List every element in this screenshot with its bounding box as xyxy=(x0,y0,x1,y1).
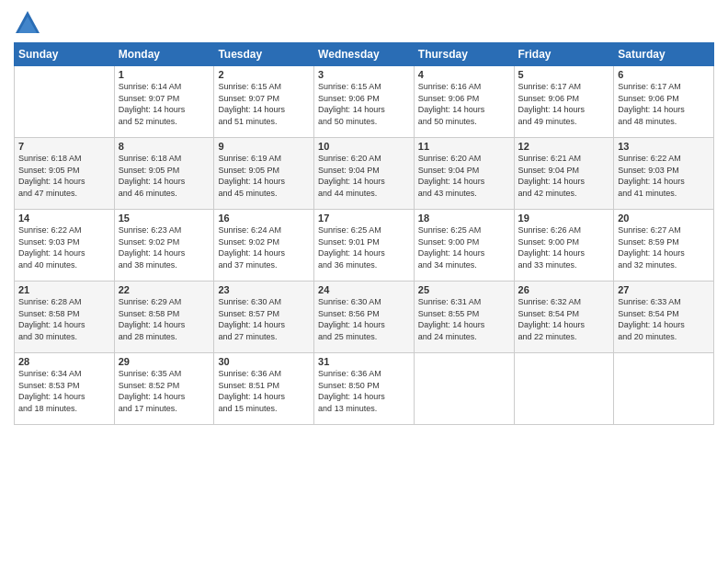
day-number: 2 xyxy=(218,69,310,80)
calendar-cell: 9Sunrise: 6:19 AMSunset: 9:05 PMDaylight… xyxy=(214,138,314,210)
cell-info: Sunrise: 6:21 AMSunset: 9:04 PMDaylight:… xyxy=(518,153,610,199)
week-row-5: 28Sunrise: 6:34 AMSunset: 8:53 PMDayligh… xyxy=(15,353,714,425)
week-row-4: 21Sunrise: 6:28 AMSunset: 8:58 PMDayligh… xyxy=(15,282,714,353)
cell-info: Sunrise: 6:25 AMSunset: 9:00 PMDaylight:… xyxy=(418,224,510,270)
cell-info: Sunrise: 6:17 AMSunset: 9:06 PMDaylight:… xyxy=(518,81,610,127)
day-number: 16 xyxy=(218,213,310,224)
cell-info: Sunrise: 6:20 AMSunset: 9:04 PMDaylight:… xyxy=(318,153,410,199)
calendar-cell: 27Sunrise: 6:33 AMSunset: 8:54 PMDayligh… xyxy=(614,282,714,353)
calendar-cell: 28Sunrise: 6:34 AMSunset: 8:53 PMDayligh… xyxy=(15,353,115,425)
day-number: 25 xyxy=(418,284,510,295)
header-row: SundayMondayTuesdayWednesdayThursdayFrid… xyxy=(15,43,714,66)
day-number: 11 xyxy=(418,141,510,152)
calendar-cell: 2Sunrise: 6:15 AMSunset: 9:07 PMDaylight… xyxy=(214,66,314,138)
cell-info: Sunrise: 6:19 AMSunset: 9:05 PMDaylight:… xyxy=(218,153,310,199)
day-number: 18 xyxy=(418,213,510,224)
cell-info: Sunrise: 6:20 AMSunset: 9:04 PMDaylight:… xyxy=(418,153,510,199)
day-number: 3 xyxy=(318,69,410,80)
day-number: 5 xyxy=(518,69,610,80)
calendar-cell: 11Sunrise: 6:20 AMSunset: 9:04 PMDayligh… xyxy=(414,138,514,210)
cell-info: Sunrise: 6:28 AMSunset: 8:58 PMDaylight:… xyxy=(18,296,110,342)
calendar-cell: 23Sunrise: 6:30 AMSunset: 8:57 PMDayligh… xyxy=(214,282,314,353)
day-number: 14 xyxy=(18,213,110,224)
calendar-cell: 25Sunrise: 6:31 AMSunset: 8:55 PMDayligh… xyxy=(414,282,514,353)
cell-info: Sunrise: 6:22 AMSunset: 9:03 PMDaylight:… xyxy=(18,224,110,270)
day-number: 13 xyxy=(618,141,710,152)
cell-info: Sunrise: 6:16 AMSunset: 9:06 PMDaylight:… xyxy=(418,81,510,127)
day-number: 1 xyxy=(119,69,210,80)
day-number: 8 xyxy=(119,141,210,152)
cell-info: Sunrise: 6:27 AMSunset: 8:59 PMDaylight:… xyxy=(618,224,710,270)
cell-info: Sunrise: 6:30 AMSunset: 8:56 PMDaylight:… xyxy=(318,296,410,342)
day-number: 27 xyxy=(618,284,710,295)
page: SundayMondayTuesdayWednesdayThursdayFrid… xyxy=(0,0,728,563)
calendar-table: SundayMondayTuesdayWednesdayThursdayFrid… xyxy=(14,42,714,425)
cell-info: Sunrise: 6:17 AMSunset: 9:06 PMDaylight:… xyxy=(618,81,710,127)
day-number: 10 xyxy=(318,141,410,152)
cell-info: Sunrise: 6:36 AMSunset: 8:51 PMDaylight:… xyxy=(218,368,310,414)
cell-info: Sunrise: 6:30 AMSunset: 8:57 PMDaylight:… xyxy=(218,296,310,342)
calendar-cell: 26Sunrise: 6:32 AMSunset: 8:54 PMDayligh… xyxy=(514,282,614,353)
calendar-cell: 15Sunrise: 6:23 AMSunset: 9:02 PMDayligh… xyxy=(114,210,214,282)
cell-info: Sunrise: 6:36 AMSunset: 8:50 PMDaylight:… xyxy=(318,368,410,414)
week-row-2: 7Sunrise: 6:18 AMSunset: 9:05 PMDaylight… xyxy=(15,138,714,210)
calendar-cell: 19Sunrise: 6:26 AMSunset: 9:00 PMDayligh… xyxy=(514,210,614,282)
cell-info: Sunrise: 6:18 AMSunset: 9:05 PMDaylight:… xyxy=(119,153,210,199)
cell-info: Sunrise: 6:33 AMSunset: 8:54 PMDaylight:… xyxy=(618,296,710,342)
day-number: 22 xyxy=(119,284,210,295)
col-header-friday: Friday xyxy=(514,43,614,66)
cell-info: Sunrise: 6:15 AMSunset: 9:07 PMDaylight:… xyxy=(218,81,310,127)
day-number: 6 xyxy=(618,69,710,80)
day-number: 23 xyxy=(218,284,310,295)
calendar-cell: 31Sunrise: 6:36 AMSunset: 8:50 PMDayligh… xyxy=(314,353,415,425)
day-number: 28 xyxy=(18,356,110,367)
day-number: 17 xyxy=(318,213,410,224)
calendar-cell: 5Sunrise: 6:17 AMSunset: 9:06 PMDaylight… xyxy=(514,66,614,138)
cell-info: Sunrise: 6:26 AMSunset: 9:00 PMDaylight:… xyxy=(518,224,610,270)
cell-info: Sunrise: 6:18 AMSunset: 9:05 PMDaylight:… xyxy=(18,153,110,199)
col-header-sunday: Sunday xyxy=(15,43,115,66)
day-number: 15 xyxy=(119,213,210,224)
cell-info: Sunrise: 6:29 AMSunset: 8:58 PMDaylight:… xyxy=(119,296,210,342)
day-number: 30 xyxy=(218,356,310,367)
calendar-cell: 22Sunrise: 6:29 AMSunset: 8:58 PMDayligh… xyxy=(114,282,214,353)
calendar-cell: 16Sunrise: 6:24 AMSunset: 9:02 PMDayligh… xyxy=(214,210,314,282)
cell-info: Sunrise: 6:34 AMSunset: 8:53 PMDaylight:… xyxy=(18,368,110,414)
day-number: 12 xyxy=(518,141,610,152)
cell-info: Sunrise: 6:32 AMSunset: 8:54 PMDaylight:… xyxy=(518,296,610,342)
logo xyxy=(14,9,45,37)
calendar-cell: 10Sunrise: 6:20 AMSunset: 9:04 PMDayligh… xyxy=(314,138,415,210)
calendar-cell: 20Sunrise: 6:27 AMSunset: 8:59 PMDayligh… xyxy=(614,210,714,282)
week-row-3: 14Sunrise: 6:22 AMSunset: 9:03 PMDayligh… xyxy=(15,210,714,282)
calendar-cell: 4Sunrise: 6:16 AMSunset: 9:06 PMDaylight… xyxy=(414,66,514,138)
cell-info: Sunrise: 6:31 AMSunset: 8:55 PMDaylight:… xyxy=(418,296,510,342)
day-number: 21 xyxy=(18,284,110,295)
calendar-cell: 8Sunrise: 6:18 AMSunset: 9:05 PMDaylight… xyxy=(114,138,214,210)
calendar-cell: 12Sunrise: 6:21 AMSunset: 9:04 PMDayligh… xyxy=(514,138,614,210)
calendar-cell: 17Sunrise: 6:25 AMSunset: 9:01 PMDayligh… xyxy=(314,210,415,282)
cell-info: Sunrise: 6:25 AMSunset: 9:01 PMDaylight:… xyxy=(318,224,410,270)
cell-info: Sunrise: 6:15 AMSunset: 9:06 PMDaylight:… xyxy=(318,81,410,127)
calendar-cell: 29Sunrise: 6:35 AMSunset: 8:52 PMDayligh… xyxy=(114,353,214,425)
calendar-cell: 7Sunrise: 6:18 AMSunset: 9:05 PMDaylight… xyxy=(15,138,115,210)
calendar-cell: 1Sunrise: 6:14 AMSunset: 9:07 PMDaylight… xyxy=(114,66,214,138)
logo-icon xyxy=(14,9,41,37)
calendar-cell xyxy=(15,66,115,138)
calendar-cell: 21Sunrise: 6:28 AMSunset: 8:58 PMDayligh… xyxy=(15,282,115,353)
week-row-1: 1Sunrise: 6:14 AMSunset: 9:07 PMDaylight… xyxy=(15,66,714,138)
calendar-cell: 24Sunrise: 6:30 AMSunset: 8:56 PMDayligh… xyxy=(314,282,415,353)
day-number: 19 xyxy=(518,213,610,224)
calendar-cell: 13Sunrise: 6:22 AMSunset: 9:03 PMDayligh… xyxy=(614,138,714,210)
calendar-cell: 3Sunrise: 6:15 AMSunset: 9:06 PMDaylight… xyxy=(314,66,415,138)
header xyxy=(14,9,714,37)
day-number: 7 xyxy=(18,141,110,152)
col-header-monday: Monday xyxy=(114,43,214,66)
day-number: 29 xyxy=(119,356,210,367)
calendar-cell xyxy=(514,353,614,425)
col-header-wednesday: Wednesday xyxy=(314,43,415,66)
day-number: 20 xyxy=(618,213,710,224)
calendar-cell xyxy=(414,353,514,425)
cell-info: Sunrise: 6:24 AMSunset: 9:02 PMDaylight:… xyxy=(218,224,310,270)
day-number: 26 xyxy=(518,284,610,295)
day-number: 24 xyxy=(318,284,410,295)
